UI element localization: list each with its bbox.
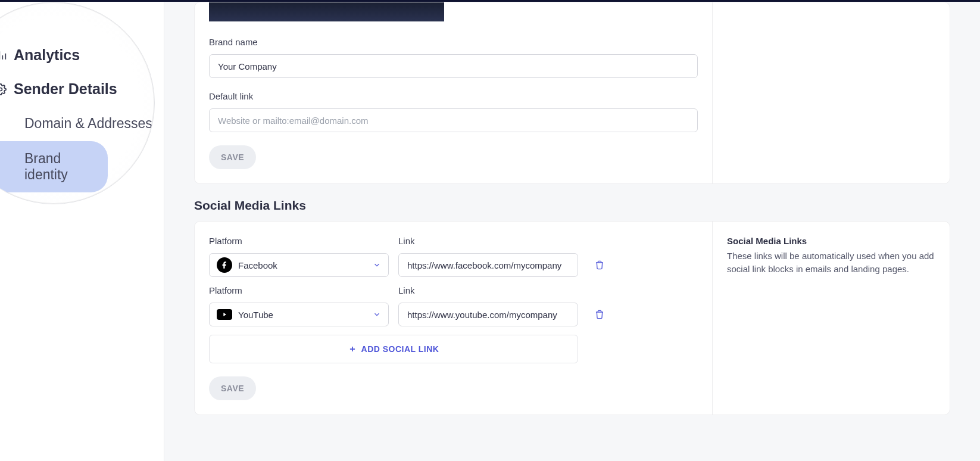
- trash-icon[interactable]: [595, 309, 604, 320]
- social-save-button[interactable]: SAVE: [209, 376, 256, 400]
- brand-card-side: [713, 2, 950, 183]
- trash-icon[interactable]: [595, 260, 604, 270]
- platform-label: Platform: [209, 285, 389, 295]
- analytics-icon: [0, 49, 7, 61]
- save-label: SAVE: [221, 152, 244, 162]
- chevron-down-icon: [373, 310, 381, 319]
- svg-point-1: [0, 88, 2, 91]
- platform-value: Facebook: [238, 260, 277, 270]
- youtube-icon: [217, 309, 232, 320]
- social-section-title: Social Media Links: [194, 198, 950, 213]
- platform-value: YouTube: [238, 310, 273, 320]
- save-label: SAVE: [221, 384, 244, 393]
- social-side-desc: These links will be automatically used w…: [727, 250, 935, 276]
- brand-identity-label: Brand identity: [24, 151, 68, 182]
- link-label: Link: [398, 285, 578, 295]
- social-link-input[interactable]: [398, 253, 578, 277]
- platform-select-youtube[interactable]: YouTube: [209, 303, 389, 326]
- facebook-icon: [217, 257, 232, 273]
- gear-icon: [0, 83, 7, 95]
- add-social-link-button[interactable]: ADD SOCIAL LINK: [209, 335, 578, 363]
- default-link-label: Default link: [209, 91, 698, 101]
- brand-name-label: Brand name: [209, 37, 698, 47]
- sender-details-label: Sender Details: [14, 80, 117, 98]
- chevron-down-icon: [373, 261, 381, 269]
- main-content: Brand name Default link SAVE Social Medi…: [164, 2, 980, 461]
- social-row: Platform Facebook Link: [209, 236, 698, 277]
- link-label: Link: [398, 236, 578, 246]
- plus-icon: [348, 345, 357, 353]
- sidebar-sub-domain[interactable]: Domain & Addresses: [0, 106, 155, 141]
- social-card-side: Social Media Links These links will be a…: [713, 222, 950, 415]
- social-card: Platform Facebook Link: [194, 221, 950, 415]
- domain-addresses-label: Domain & Addresses: [24, 116, 152, 131]
- social-row: Platform YouTube Link: [209, 285, 698, 326]
- brand-card: Brand name Default link SAVE: [194, 2, 950, 184]
- default-link-input[interactable]: [209, 108, 698, 132]
- social-side-title: Social Media Links: [727, 236, 935, 246]
- platform-label: Platform: [209, 236, 389, 246]
- brand-name-input[interactable]: [209, 54, 698, 78]
- brand-image-preview: [209, 2, 444, 21]
- platform-select-facebook[interactable]: Facebook: [209, 253, 389, 277]
- analytics-label: Analytics: [14, 46, 80, 64]
- sidebar-item-sender-details[interactable]: Sender Details: [0, 72, 155, 106]
- add-social-label: ADD SOCIAL LINK: [361, 344, 439, 354]
- sidebar-item-analytics[interactable]: Analytics: [0, 38, 155, 72]
- sidebar-sub-brand-identity[interactable]: Brand identity: [0, 141, 108, 192]
- social-link-input[interactable]: [398, 303, 578, 326]
- brand-save-button[interactable]: SAVE: [209, 145, 256, 169]
- sidebar: Go To My Account Campaigns Analytics Sen…: [0, 2, 164, 461]
